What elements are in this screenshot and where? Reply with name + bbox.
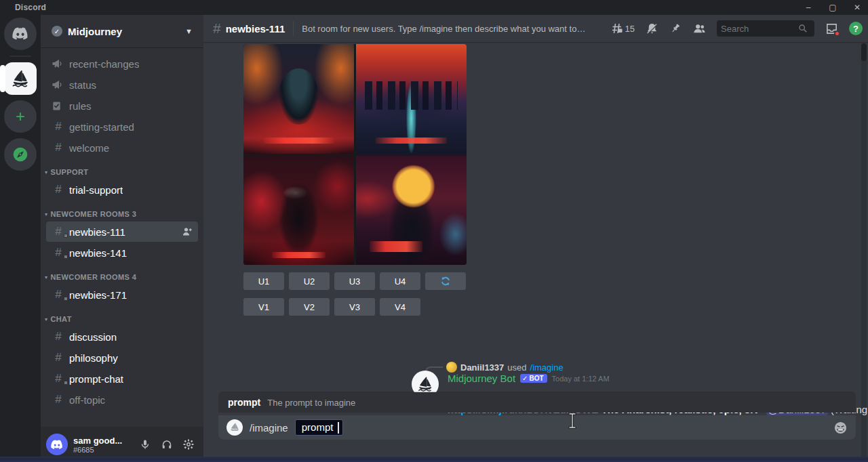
- u4-button[interactable]: U4: [380, 272, 420, 290]
- channel-prompt-chat[interactable]: # prompt-chat: [46, 369, 198, 389]
- user-avatar[interactable]: [46, 434, 68, 455]
- channel-topic[interactable]: Bot room for new users. Type /imagine th…: [302, 24, 587, 34]
- generated-image-3[interactable]: [243, 156, 354, 266]
- channel-rules[interactable]: rules: [46, 96, 198, 116]
- channel-label: recent-changes: [69, 58, 139, 70]
- message-components: U1 U2 U3 U4 V1 V2 V3 V4: [243, 272, 466, 324]
- server-header[interactable]: ✓ Midjourney ▼: [41, 15, 203, 47]
- close-button[interactable]: ✕: [852, 3, 863, 12]
- channel-welcome[interactable]: # welcome: [46, 138, 198, 158]
- megaphone-icon: [52, 79, 65, 90]
- user-info[interactable]: sam good... #6685: [73, 436, 130, 454]
- channel-recent-changes[interactable]: recent-changes: [46, 54, 198, 74]
- emoji-picker-button[interactable]: [833, 421, 848, 435]
- main-area: # newbies-111 Bot room for new users. Ty…: [203, 15, 868, 462]
- pinned-messages-button[interactable]: [669, 22, 682, 35]
- reply-user-avatar[interactable]: [446, 362, 457, 373]
- create-invite-icon[interactable]: [182, 226, 193, 237]
- reroll-button[interactable]: [425, 272, 466, 290]
- channel-label: off-topic: [69, 394, 105, 406]
- minimize-button[interactable]: –: [803, 3, 814, 12]
- channel-newbies-141[interactable]: # newbies-141: [46, 243, 198, 263]
- search-input[interactable]: [721, 24, 795, 34]
- inbox-button[interactable]: [825, 22, 838, 35]
- maximize-button[interactable]: ▢: [827, 3, 838, 12]
- reply-context[interactable]: Daniil1337 used /imagine: [446, 362, 564, 373]
- v2-button[interactable]: V2: [289, 298, 330, 316]
- chat-scrollbar[interactable]: [861, 43, 867, 461]
- header-divider: [293, 21, 294, 36]
- generated-image-1[interactable]: [243, 44, 354, 154]
- command-bot-avatar: [226, 419, 243, 436]
- channel-philosophy[interactable]: # philosophy: [46, 348, 198, 368]
- reply-username[interactable]: Daniil1337: [460, 362, 504, 373]
- category-chat[interactable]: ▾ CHAT: [41, 306, 203, 326]
- channel-label: prompt-chat: [69, 373, 123, 385]
- category-support[interactable]: ▾ SUPPORT: [41, 159, 203, 179]
- notification-settings-button[interactable]: [646, 22, 658, 35]
- discord-logo-icon: [12, 27, 29, 41]
- verified-badge-icon: ✓: [52, 26, 62, 37]
- u3-button[interactable]: U3: [334, 272, 375, 290]
- message-composer[interactable]: /imagine prompt: [218, 415, 856, 440]
- channel-getting-started[interactable]: # getting-started: [46, 117, 198, 137]
- help-button[interactable]: ?: [849, 22, 863, 35]
- hash-icon: #: [52, 120, 65, 133]
- megaphone-icon: [52, 58, 65, 69]
- channel-discussion[interactable]: # discussion: [46, 327, 198, 347]
- channel-newbies-171[interactable]: # newbies-171: [46, 285, 198, 305]
- chevron-down-icon: ▾: [45, 274, 47, 280]
- inbox-unread-dot: [834, 30, 840, 37]
- hash-badge-dot: [64, 255, 68, 259]
- artwork-figure: [279, 68, 319, 125]
- slash-command-autocomplete[interactable]: prompt The prompt to imagine: [218, 392, 856, 413]
- v4-button[interactable]: V4: [380, 298, 420, 316]
- bot-badge-label: BOT: [529, 375, 543, 382]
- v3-button[interactable]: V3: [334, 298, 375, 316]
- category-newcomer-rooms-4[interactable]: ▾ NEWCOMER ROOMS 4: [41, 264, 203, 284]
- bell-slash-icon: [646, 22, 658, 35]
- hash-badge-dot: [64, 297, 68, 301]
- compass-icon: [12, 146, 29, 163]
- channel-label: philosophy: [69, 352, 118, 364]
- pin-icon: [669, 22, 682, 35]
- prompt-option-value: prompt: [302, 421, 334, 433]
- chat-area: U1 U2 U3 U4 V1 V2 V3 V4 Daniil1337 used …: [203, 42, 868, 462]
- explore-servers-button[interactable]: [4, 138, 37, 171]
- mute-mic-button[interactable]: [136, 435, 155, 454]
- search-box[interactable]: [717, 20, 814, 37]
- u1-button[interactable]: U1: [243, 272, 284, 290]
- message-timestamp: Today at 1:12 AM: [552, 375, 610, 383]
- bot-badge: ✓BOT: [520, 374, 547, 383]
- channel-label: status: [69, 79, 96, 91]
- channel-trial-support[interactable]: # trial-support: [46, 180, 198, 200]
- u2-button[interactable]: U2: [289, 272, 330, 290]
- generated-image-2[interactable]: [356, 44, 467, 154]
- channel-label: newbies-141: [69, 247, 127, 259]
- artwork-title-text: [272, 252, 325, 258]
- channel-status[interactable]: status: [46, 75, 198, 95]
- server-icon-midjourney[interactable]: [4, 62, 37, 95]
- generated-image-4[interactable]: [356, 156, 467, 266]
- add-server-button[interactable]: +: [4, 100, 37, 133]
- threads-count: 15: [625, 24, 635, 34]
- home-button[interactable]: [4, 18, 37, 50]
- bot-author-name[interactable]: Midjourney Bot: [448, 373, 515, 384]
- hash-badge-dot: [64, 381, 68, 385]
- v1-button[interactable]: V1: [243, 298, 284, 316]
- message-header: Midjourney Bot ✓BOT Today at 1:12 AM: [448, 373, 610, 384]
- channel-off-topic[interactable]: # off-topic: [46, 390, 198, 410]
- user-settings-button[interactable]: [179, 435, 198, 454]
- chat-scrollbar-thumb[interactable]: [861, 43, 867, 61]
- category-newcomer-rooms-3[interactable]: ▾ NEWCOMER ROOMS 3: [41, 201, 203, 221]
- reply-command-link[interactable]: /imagine: [530, 362, 564, 373]
- deafen-button[interactable]: [157, 435, 176, 454]
- prompt-option-field[interactable]: prompt: [295, 419, 344, 436]
- autocomplete-option[interactable]: prompt: [228, 397, 260, 408]
- member-list-button[interactable]: [692, 22, 706, 35]
- threads-button[interactable]: 15: [611, 22, 635, 35]
- midjourney-image-grid[interactable]: [243, 44, 467, 265]
- channel-newbies-111[interactable]: # newbies-111: [46, 222, 198, 242]
- window-title: Discord: [15, 3, 46, 12]
- autocomplete-description: The prompt to imagine: [267, 398, 355, 408]
